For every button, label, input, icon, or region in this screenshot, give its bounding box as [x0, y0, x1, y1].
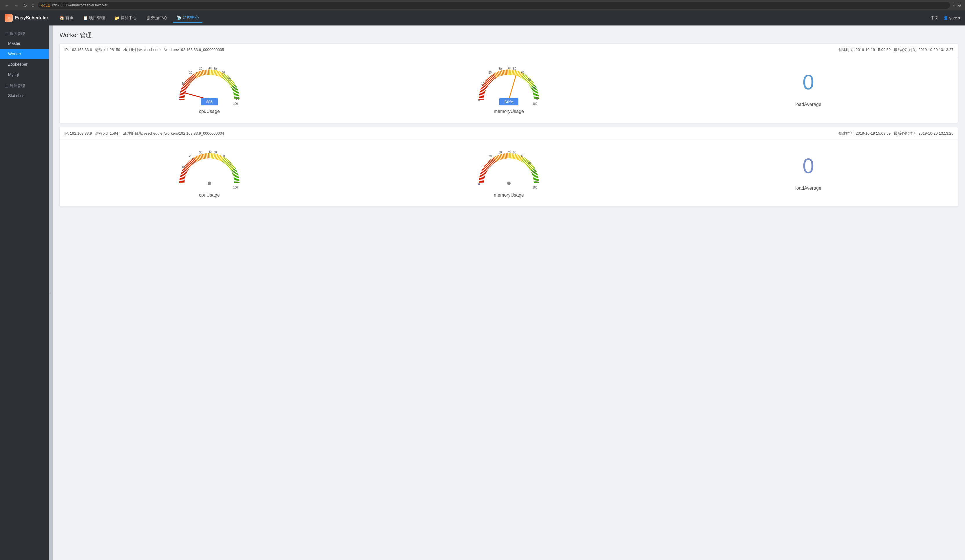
sidebar-group-stats: ☰ 统计管理	[0, 80, 49, 90]
svg-text:40: 40	[508, 150, 511, 153]
svg-text:0: 0	[179, 183, 180, 186]
svg-text:80: 80	[532, 171, 536, 174]
cpu-gauge-1-label: 8%	[201, 98, 218, 105]
lang-switch[interactable]: 中文	[931, 15, 939, 21]
security-warning: 不安全	[41, 3, 51, 8]
worker-2-header: IP: 192.168.33.9 进程pid: 15947 zk注册目录: /e…	[60, 127, 958, 140]
svg-text:0: 0	[478, 183, 480, 186]
svg-text:80: 80	[532, 87, 536, 90]
worker-1-header: IP: 192.168.33.6 进程pid: 28159 zk注册目录: /e…	[60, 44, 958, 56]
svg-text:30: 30	[199, 67, 203, 70]
worker-2-create: 创建时间: 2019-10-19 15:09:59	[838, 131, 891, 136]
sidebar-group-service: ☰ 服务管理	[0, 28, 49, 38]
svg-text:80: 80	[233, 171, 236, 174]
sidebar-item-mysql[interactable]: Mysql	[0, 70, 49, 80]
nav-project[interactable]: 📋 项目管理	[79, 13, 109, 23]
nav-monitor[interactable]: 📡 监控中心	[173, 13, 203, 23]
sidebar-item-worker[interactable]: Worker	[0, 49, 49, 59]
worker-1-cpu: 0 10 20 30 40 50 60 70 80 90 100	[60, 62, 359, 117]
back-button[interactable]: ←	[3, 2, 10, 8]
sidebar-item-master[interactable]: Master	[0, 38, 49, 49]
svg-text:50: 50	[513, 67, 516, 70]
svg-text:70: 70	[228, 162, 231, 165]
memory-gauge-1: 0 10 20 30 40 50 60 70 80 90 100	[477, 65, 541, 105]
stats-group-label: 统计管理	[10, 83, 25, 88]
main-layout: ☰ 服务管理 Master Worker Zookeeper Mysql ☰ 统…	[0, 26, 965, 560]
memory-gauge-1-label: 60%	[499, 98, 518, 105]
load-metric-label-1: loadAverage	[795, 102, 821, 107]
worker-1-create: 创建时间: 2019-10-19 15:09:59	[838, 47, 891, 52]
cpu-gauge-2: 0 10 20 30 40 50 60 70 80 90 100	[178, 149, 241, 189]
worker-2-heartbeat: 最后心跳时间: 2019-10-20 13:13:25	[894, 131, 954, 136]
worker-2-times: 创建时间: 2019-10-19 15:09:59 最后心跳时间: 2019-1…	[838, 131, 954, 136]
content-area: Worker 管理 IP: 192.168.33.6 进程pid: 28159 …	[53, 26, 965, 560]
load-avg-1-value: 0	[803, 72, 814, 93]
svg-text:70: 70	[228, 78, 231, 82]
svg-point-49	[507, 181, 510, 185]
sidebar-item-zookeeper[interactable]: Zookeeper	[0, 59, 49, 70]
worker-1-info: IP: 192.168.33.6 进程pid: 28159 zk注册目录: /e…	[64, 47, 224, 52]
svg-text:40: 40	[508, 67, 511, 70]
app-header: ≡ EasyScheduler 🏠 首页 📋 项目管理 📁 资源中心 🗄 数据中…	[0, 10, 965, 26]
svg-text:70: 70	[527, 162, 531, 165]
service-group-label: 服务管理	[10, 31, 25, 36]
svg-text:20: 20	[189, 155, 192, 158]
nav-home[interactable]: 🏠 首页	[55, 13, 78, 23]
service-group-icon: ☰	[5, 32, 8, 36]
logo-icon: ≡	[5, 14, 13, 22]
svg-text:30: 30	[199, 151, 203, 154]
user-menu[interactable]: 👤 yore ▾	[943, 16, 960, 20]
svg-text:10: 10	[182, 82, 185, 85]
browser-toolbar: ☆ ⚙	[952, 3, 962, 8]
svg-text:100: 100	[233, 186, 238, 189]
svg-text:80: 80	[233, 87, 236, 90]
worker-1-metrics: 0 10 20 30 40 50 60 70 80 90 100	[60, 56, 958, 123]
address-bar[interactable]: 不安全 cdh2:8888/#/monitor/servers/worker	[38, 2, 950, 9]
svg-text:10: 10	[481, 166, 484, 169]
svg-text:40: 40	[208, 67, 212, 70]
svg-text:60: 60	[222, 71, 225, 74]
nav-resource[interactable]: 📁 资源中心	[110, 13, 141, 23]
page-title: Worker 管理	[60, 31, 958, 39]
svg-text:100: 100	[533, 102, 538, 105]
svg-text:50: 50	[513, 151, 516, 154]
svg-text:100: 100	[533, 186, 538, 189]
worker-1-heartbeat: 最后心跳时间: 2019-10-20 13:13:27	[894, 47, 954, 52]
worker-card-2: IP: 192.168.33.9 进程pid: 15947 zk注册目录: /e…	[60, 127, 958, 206]
sidebar-collapse-handle[interactable]: ‹	[49, 26, 53, 560]
worker-2-ip: IP: 192.168.33.9	[64, 131, 92, 136]
worker-1-pid: 进程pid: 28159	[95, 47, 120, 52]
home-button[interactable]: ⌂	[30, 2, 36, 8]
worker-1-load: 0 loadAverage	[659, 69, 958, 110]
svg-point-37	[208, 181, 211, 185]
memory-gauge-2: 0 10 20 30 40 50 60 70 80 90 100	[477, 149, 541, 189]
header-right: 中文 👤 yore ▾	[931, 15, 960, 21]
svg-text:30: 30	[499, 151, 502, 154]
worker-1-times: 创建时间: 2019-10-19 15:09:59 最后心跳时间: 2019-1…	[838, 47, 954, 52]
extensions-icon[interactable]: ⚙	[958, 3, 962, 8]
reload-button[interactable]: ↻	[22, 2, 28, 9]
worker-2-info: IP: 192.168.33.9 进程pid: 15947 zk注册目录: /e…	[64, 131, 224, 136]
worker-1-memory: 0 10 20 30 40 50 60 70 80 90 100	[359, 62, 659, 117]
svg-text:40: 40	[208, 150, 212, 153]
memory-metric-label-2: memoryUsage	[494, 193, 524, 198]
load-avg-2-value: 0	[803, 155, 814, 176]
browser-bar: ← → ↻ ⌂ 不安全 cdh2:8888/#/monitor/servers/…	[0, 0, 965, 10]
svg-line-24	[509, 75, 516, 100]
bookmark-icon[interactable]: ☆	[952, 3, 956, 8]
stats-group-icon: ☰	[5, 84, 8, 88]
svg-text:90: 90	[236, 181, 239, 184]
svg-text:30: 30	[499, 67, 502, 70]
sidebar-item-statistics[interactable]: Statistics	[0, 90, 49, 101]
svg-text:100: 100	[233, 102, 238, 105]
svg-text:20: 20	[488, 155, 492, 158]
worker-2-load: 0 loadAverage	[659, 153, 958, 194]
forward-button[interactable]: →	[13, 2, 20, 8]
svg-text:90: 90	[236, 97, 239, 100]
svg-text:90: 90	[535, 181, 539, 184]
svg-text:10: 10	[182, 166, 185, 169]
svg-text:60: 60	[521, 155, 525, 158]
nav-data[interactable]: 🗄 数据中心	[142, 13, 172, 23]
sidebar: ☰ 服务管理 Master Worker Zookeeper Mysql ☰ 统…	[0, 26, 49, 560]
load-metric-label-2: loadAverage	[795, 186, 821, 191]
